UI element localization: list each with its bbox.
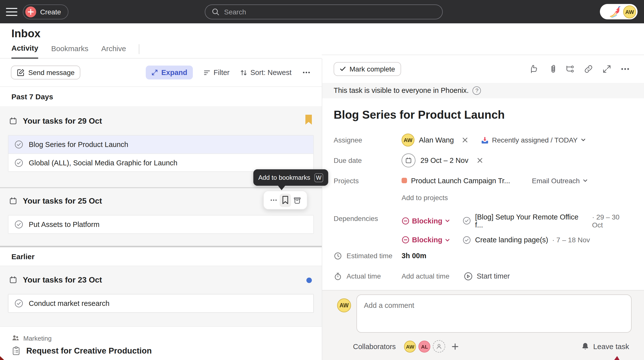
project-section-label: Email Outreach [532,176,580,185]
assignee-label: Assignee [334,136,402,144]
filter-button[interactable]: Filter [203,69,230,76]
tab-archive[interactable]: Archive [101,44,126,58]
archive-button[interactable] [291,194,303,207]
calendar-icon [9,197,17,205]
sort-icon [240,69,248,76]
sort-button[interactable]: Sort: Newest [240,69,292,76]
dependency-task-title: [Blog] Setup Your Remote Office f... [475,213,588,229]
projects-label: Projects [334,176,402,185]
create-button[interactable]: Create [23,4,68,19]
remove-due-date-button[interactable] [477,157,483,163]
task-row[interactable]: Global (ALL), Social Media Graphic for L… [8,153,313,171]
check-circle-icon[interactable] [14,220,23,229]
collaborator-avatar[interactable]: AL [419,340,430,352]
inbox-pane: Inbox Activity Bookmarks Archive Send me… [0,23,322,360]
leave-task-button[interactable]: Leave task [581,342,629,350]
check-circle-icon[interactable] [14,158,23,167]
sidebar-toggle-button[interactable] [0,0,23,23]
add-collaborator-button[interactable] [452,343,459,350]
bookmark-icon [305,115,312,125]
plus-icon [25,6,36,17]
account-menu[interactable]: AW [600,4,638,19]
notification-actions [263,191,307,210]
assignee-section-dropdown[interactable]: Recently assigned / TODAY [481,136,586,144]
remove-assignee-button[interactable] [462,137,468,143]
dependency-task-link[interactable]: Create landing page(s) [462,236,548,244]
projects-row: Projects Product Launch Campaign Tr... E… [334,174,632,187]
page-title: Inbox [12,27,40,40]
create-button-label: Create [40,8,61,16]
project-section-dropdown[interactable]: Email Outreach [532,176,588,185]
task-pane-header-spacer [322,23,644,55]
add-to-projects-link[interactable]: Add to projects [402,194,448,201]
assignee-name[interactable]: Alan Wang [419,136,454,144]
project-name[interactable]: Product Launch Campaign Tr... [411,176,510,185]
dependency-dates: · 29 – 30 Oct [592,213,632,229]
tooltip-label: Add to bookmarks [258,174,310,181]
expand-icon [152,69,158,76]
check-circle-icon[interactable] [14,140,23,149]
send-message-button[interactable]: Send message [11,66,80,79]
task-row[interactable]: Conduct market research [8,294,313,312]
start-timer-button[interactable]: Start timer [463,271,510,281]
visibility-text: This task is visible to everyone in Phoe… [334,87,469,95]
notification-group-23oct[interactable]: Your tasks for 23 Oct Conduct market res… [0,266,322,326]
task-detail-pane: Mark complete [322,23,644,360]
check-circle-icon[interactable] [14,299,23,308]
hamburger-icon [6,8,17,16]
dependency-dates: · 7 – 18 Nov [552,236,590,244]
check-icon [340,66,346,72]
calendar-circle-icon[interactable] [402,153,416,167]
collaborator-avatar[interactable]: AW [404,340,416,352]
notification-more-button[interactable] [268,194,279,207]
add-person-placeholder[interactable] [433,340,446,352]
task-more-button[interactable] [620,64,630,74]
sort-label: Sort: Newest [250,69,292,76]
like-button[interactable] [528,64,538,74]
blocking-dropdown[interactable]: Blocking [402,236,450,244]
fullscreen-icon[interactable] [602,64,612,74]
group-heading: Your tasks for 23 Oct [0,274,322,286]
link-icon[interactable] [584,64,594,74]
task-row[interactable]: Blog Series for Product Launch [8,135,313,153]
expand-button[interactable]: Expand [146,66,193,79]
task-rows: Put Assets to Platform [8,215,314,234]
group-heading: Your tasks for 29 Oct [0,115,322,127]
recently-assigned-icon [481,136,489,144]
inbox-footer-item[interactable]: Marketing Request for Creative Productio… [0,326,322,360]
assignee-avatar[interactable]: AW [402,133,414,146]
task-title[interactable]: Blog Series for Product Launch [322,98,644,133]
due-date-text[interactable]: 29 Oct – 2 Nov [420,156,468,164]
user-avatar[interactable]: AW [623,5,636,18]
start-timer-label: Start timer [477,272,510,280]
assignee-row: Assignee AW Alan Wang Recently assigned … [334,133,632,146]
form-icon [12,346,21,355]
inbox-more-button[interactable] [302,68,311,77]
dependency-item: Blocking [Blog] Setup Your Remote Office… [402,213,632,229]
estimated-time-value[interactable]: 3h 00m [402,252,426,260]
dependency-task-link[interactable]: [Blog] Setup Your Remote Office f... [462,213,588,229]
inbox-toolbar-right: Expand Filter Sort: Newest [146,66,311,79]
tab-bookmarks[interactable]: Bookmarks [51,44,88,58]
help-icon[interactable]: ? [473,86,481,95]
tab-activity[interactable]: Activity [12,44,38,59]
subtasks-icon[interactable] [565,64,575,74]
team-icon [12,334,19,342]
mark-complete-button[interactable]: Mark complete [334,62,401,76]
blocking-dropdown[interactable]: Blocking [402,217,450,225]
task-row[interactable]: Put Assets to Platform [8,216,313,233]
search-bar[interactable] [205,5,443,19]
comment-input[interactable] [356,294,632,333]
filter-label: Filter [214,69,230,76]
blocking-label: Blocking [412,217,442,225]
dependencies-row: Dependencies Blocking [Blog] Setup Your … [334,213,632,241]
add-actual-time-link[interactable]: Add actual time [402,272,450,280]
app-window: Create AW Inbo [0,0,644,360]
attach-icon[interactable] [547,64,557,74]
actual-time-label-group: Actual time [334,272,402,280]
comment-area: AW [322,290,644,333]
minus-circle-icon [402,236,410,244]
add-to-bookmarks-button[interactable] [279,194,291,207]
team-name: Marketing [23,334,52,342]
search-input[interactable] [224,8,436,16]
